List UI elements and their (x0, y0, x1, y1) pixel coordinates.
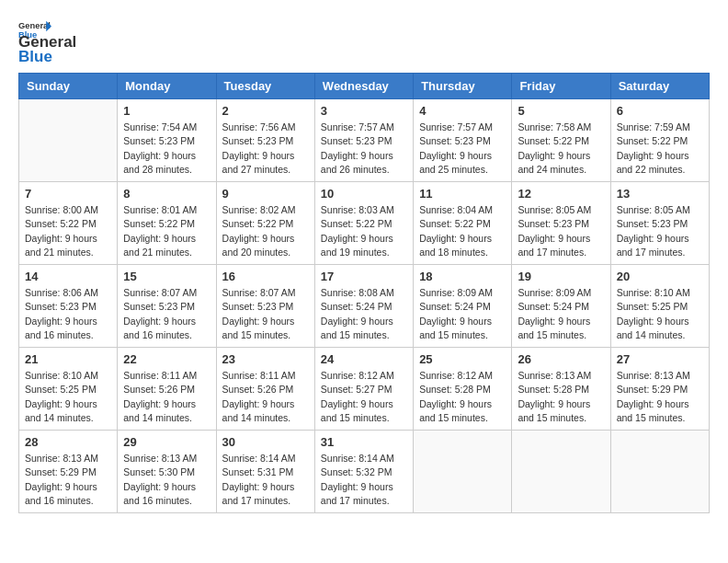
calendar-cell: 12Sunrise: 8:05 AM Sunset: 5:23 PM Dayli… (512, 182, 610, 265)
day-info: Sunrise: 8:13 AM Sunset: 5:30 PM Dayligh… (123, 452, 210, 508)
calendar-cell: 16Sunrise: 8:07 AM Sunset: 5:23 PM Dayli… (216, 265, 314, 348)
calendar-cell: 4Sunrise: 7:57 AM Sunset: 5:23 PM Daylig… (414, 99, 512, 182)
day-number: 27 (617, 352, 703, 366)
calendar-cell (414, 431, 512, 513)
calendar-cell: 2Sunrise: 7:56 AM Sunset: 5:23 PM Daylig… (216, 99, 314, 182)
day-info: Sunrise: 8:11 AM Sunset: 5:26 PM Dayligh… (123, 369, 210, 425)
day-number: 10 (321, 187, 407, 201)
calendar-cell: 17Sunrise: 8:08 AM Sunset: 5:24 PM Dayli… (314, 265, 413, 348)
day-number: 30 (222, 435, 309, 449)
day-number: 28 (25, 435, 111, 449)
day-info: Sunrise: 8:02 AM Sunset: 5:22 PM Dayligh… (222, 203, 309, 259)
day-number: 24 (321, 352, 407, 366)
day-number: 14 (25, 270, 111, 283)
day-info: Sunrise: 8:12 AM Sunset: 5:28 PM Dayligh… (419, 369, 506, 425)
day-info: Sunrise: 8:09 AM Sunset: 5:24 PM Dayligh… (518, 286, 604, 342)
calendar-day-header: Thursday (414, 74, 512, 99)
calendar-cell: 13Sunrise: 8:05 AM Sunset: 5:23 PM Dayli… (610, 182, 709, 265)
calendar-cell (19, 99, 118, 182)
logo-blue-text: Blue (18, 48, 76, 66)
calendar-cell: 8Sunrise: 8:01 AM Sunset: 5:22 PM Daylig… (118, 182, 216, 265)
week-row: 28Sunrise: 8:13 AM Sunset: 5:29 PM Dayli… (19, 431, 710, 513)
day-info: Sunrise: 8:12 AM Sunset: 5:27 PM Dayligh… (321, 369, 407, 425)
calendar-cell: 10Sunrise: 8:03 AM Sunset: 5:22 PM Dayli… (314, 182, 413, 265)
day-info: Sunrise: 8:04 AM Sunset: 5:22 PM Dayligh… (419, 203, 506, 259)
calendar-cell: 29Sunrise: 8:13 AM Sunset: 5:30 PM Dayli… (118, 431, 216, 513)
day-number: 8 (123, 187, 210, 201)
calendar-cell: 18Sunrise: 8:09 AM Sunset: 5:24 PM Dayli… (414, 265, 512, 348)
day-info: Sunrise: 8:10 AM Sunset: 5:25 PM Dayligh… (25, 369, 111, 425)
calendar-day-header: Sunday (19, 74, 118, 99)
day-info: Sunrise: 8:07 AM Sunset: 5:23 PM Dayligh… (222, 286, 309, 342)
calendar-day-header: Monday (118, 74, 216, 99)
day-info: Sunrise: 7:59 AM Sunset: 5:22 PM Dayligh… (617, 121, 703, 177)
day-number: 13 (617, 187, 703, 201)
day-info: Sunrise: 8:14 AM Sunset: 5:32 PM Dayligh… (321, 452, 407, 508)
calendar-cell: 23Sunrise: 8:11 AM Sunset: 5:26 PM Dayli… (216, 348, 314, 431)
calendar-cell: 28Sunrise: 8:13 AM Sunset: 5:29 PM Dayli… (19, 431, 118, 513)
day-info: Sunrise: 8:03 AM Sunset: 5:22 PM Dayligh… (321, 203, 407, 259)
day-info: Sunrise: 8:13 AM Sunset: 5:29 PM Dayligh… (617, 369, 703, 425)
day-number: 31 (321, 435, 407, 449)
calendar-cell: 19Sunrise: 8:09 AM Sunset: 5:24 PM Dayli… (512, 265, 610, 348)
calendar-cell: 25Sunrise: 8:12 AM Sunset: 5:28 PM Dayli… (414, 348, 512, 431)
day-number: 17 (321, 270, 407, 283)
day-info: Sunrise: 7:57 AM Sunset: 5:23 PM Dayligh… (321, 121, 407, 177)
day-info: Sunrise: 8:11 AM Sunset: 5:26 PM Dayligh… (222, 369, 309, 425)
day-number: 26 (518, 352, 604, 366)
calendar-cell: 22Sunrise: 8:11 AM Sunset: 5:26 PM Dayli… (118, 348, 216, 431)
calendar-cell: 3Sunrise: 7:57 AM Sunset: 5:23 PM Daylig… (314, 99, 413, 182)
day-number: 21 (25, 352, 111, 366)
day-number: 4 (419, 104, 506, 118)
day-number: 2 (222, 104, 309, 118)
day-info: Sunrise: 7:56 AM Sunset: 5:23 PM Dayligh… (222, 121, 309, 177)
week-row: 1Sunrise: 7:54 AM Sunset: 5:23 PM Daylig… (19, 99, 710, 182)
calendar-cell (610, 431, 709, 513)
day-number: 23 (222, 352, 309, 366)
day-info: Sunrise: 7:54 AM Sunset: 5:23 PM Dayligh… (123, 121, 210, 177)
day-number: 11 (419, 187, 506, 201)
calendar-day-header: Wednesday (314, 74, 413, 99)
calendar-cell: 11Sunrise: 8:04 AM Sunset: 5:22 PM Dayli… (414, 182, 512, 265)
calendar-cell: 15Sunrise: 8:07 AM Sunset: 5:23 PM Dayli… (118, 265, 216, 348)
calendar-cell: 20Sunrise: 8:10 AM Sunset: 5:25 PM Dayli… (610, 265, 709, 348)
day-number: 25 (419, 352, 506, 366)
logo-area: General Blue General Blue (18, 18, 76, 65)
calendar-header-row: SundayMondayTuesdayWednesdayThursdayFrid… (19, 74, 710, 99)
week-row: 21Sunrise: 8:10 AM Sunset: 5:25 PM Dayli… (19, 348, 710, 431)
day-info: Sunrise: 8:09 AM Sunset: 5:24 PM Dayligh… (419, 286, 506, 342)
calendar-day-header: Friday (512, 74, 610, 99)
day-number: 29 (123, 435, 210, 449)
day-info: Sunrise: 8:13 AM Sunset: 5:29 PM Dayligh… (25, 452, 111, 508)
calendar-cell (512, 431, 610, 513)
calendar-cell: 9Sunrise: 8:02 AM Sunset: 5:22 PM Daylig… (216, 182, 314, 265)
calendar-cell: 1Sunrise: 7:54 AM Sunset: 5:23 PM Daylig… (118, 99, 216, 182)
calendar-cell: 26Sunrise: 8:13 AM Sunset: 5:28 PM Dayli… (512, 348, 610, 431)
calendar-cell: 30Sunrise: 8:14 AM Sunset: 5:31 PM Dayli… (216, 431, 314, 513)
day-number: 19 (518, 270, 604, 283)
calendar-cell: 14Sunrise: 8:06 AM Sunset: 5:23 PM Dayli… (19, 265, 118, 348)
week-row: 14Sunrise: 8:06 AM Sunset: 5:23 PM Dayli… (19, 265, 710, 348)
day-info: Sunrise: 8:07 AM Sunset: 5:23 PM Dayligh… (123, 286, 210, 342)
day-number: 3 (321, 104, 407, 118)
page-container: General Blue General Blue SundayMondayTu… (18, 18, 710, 513)
calendar-cell: 27Sunrise: 8:13 AM Sunset: 5:29 PM Dayli… (610, 348, 709, 431)
day-info: Sunrise: 7:58 AM Sunset: 5:22 PM Dayligh… (518, 121, 604, 177)
calendar-cell: 6Sunrise: 7:59 AM Sunset: 5:22 PM Daylig… (610, 99, 709, 182)
day-info: Sunrise: 8:06 AM Sunset: 5:23 PM Dayligh… (25, 286, 111, 342)
calendar-cell: 31Sunrise: 8:14 AM Sunset: 5:32 PM Dayli… (314, 431, 413, 513)
day-info: Sunrise: 8:05 AM Sunset: 5:23 PM Dayligh… (518, 203, 604, 259)
day-number: 1 (123, 104, 210, 118)
day-number: 15 (123, 270, 210, 283)
day-number: 12 (518, 187, 604, 201)
day-number: 18 (419, 270, 506, 283)
calendar-cell: 21Sunrise: 8:10 AM Sunset: 5:25 PM Dayli… (19, 348, 118, 431)
calendar-cell: 24Sunrise: 8:12 AM Sunset: 5:27 PM Dayli… (314, 348, 413, 431)
header: General Blue General Blue (18, 18, 710, 65)
day-info: Sunrise: 8:10 AM Sunset: 5:25 PM Dayligh… (617, 286, 703, 342)
calendar-day-header: Tuesday (216, 74, 314, 99)
calendar-cell: 5Sunrise: 7:58 AM Sunset: 5:22 PM Daylig… (512, 99, 610, 182)
day-number: 5 (518, 104, 604, 118)
day-number: 20 (617, 270, 703, 283)
day-number: 16 (222, 270, 309, 283)
